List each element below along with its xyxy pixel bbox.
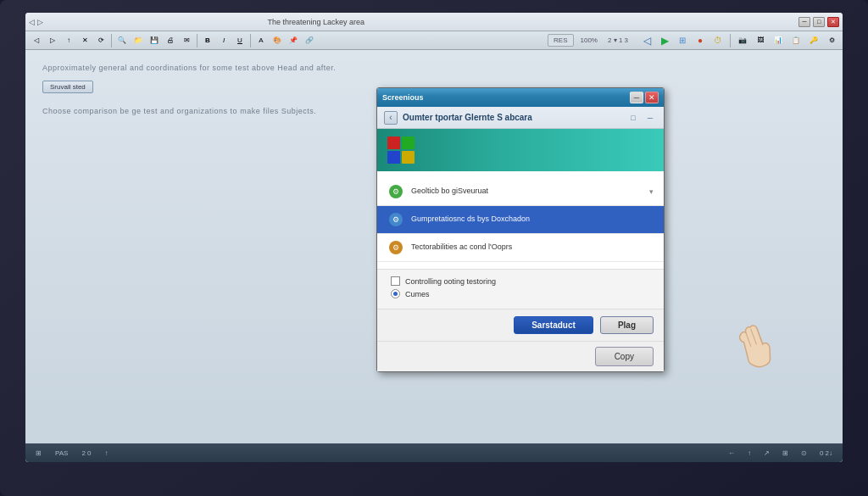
toolbar-up-btn[interactable]: ↑ xyxy=(61,33,76,48)
top-nav-icon11[interactable]: ⚙ xyxy=(824,33,839,48)
top-nav-icon10[interactable]: 🔑 xyxy=(806,33,821,48)
top-toolbar: ◁ ▷ The threatening Lackey area ─ □ ✕ xyxy=(25,13,843,31)
nav-icon-minimize[interactable]: ─ xyxy=(643,111,657,125)
content-area: Approximately general and coordinations … xyxy=(25,50,843,443)
dialog-item-3[interactable]: ⚙ Tectorabilities ac cond l'Ooprs xyxy=(377,234,664,262)
dialog-item-1[interactable]: ⚙ Geolticb bo giSveuruat ▾ xyxy=(377,178,664,206)
window-close-btn[interactable]: ✕ xyxy=(827,17,839,27)
systray-clock: 0 2↓ xyxy=(815,448,837,459)
small-button[interactable]: Sruvall sted xyxy=(42,81,93,93)
item3-icon-circle: ⚙ xyxy=(389,241,403,254)
systray-item-2[interactable]: ↑ xyxy=(743,448,756,459)
systray-item-4[interactable]: ⊞ xyxy=(777,448,793,459)
top-nav-left-icon[interactable]: ◁ xyxy=(639,33,654,48)
top-nav-icon4[interactable]: ● xyxy=(693,33,708,48)
dialog-body: ⚙ Geolticb bo giSveuruat ▾ ⚙ Gumpretatio… xyxy=(377,171,664,269)
toolbar-pin-btn[interactable]: 📌 xyxy=(286,33,301,48)
systray-item-3[interactable]: ↗ xyxy=(759,448,775,459)
dialog-footer: Sarstaduct Plag xyxy=(377,309,664,341)
dialog-nav: ‹ Oumter tportar Glernte S abcara □ ─ xyxy=(377,107,664,129)
windows-logo xyxy=(387,137,415,164)
dialog-primary-btn[interactable]: Sarstaduct xyxy=(514,316,593,334)
nav-icons: □ ─ xyxy=(626,111,657,125)
nav-icon-maximize[interactable]: □ xyxy=(626,111,640,125)
window-maximize-btn[interactable]: □ xyxy=(813,17,825,27)
dialog-back-btn[interactable]: ‹ xyxy=(384,111,398,125)
option1-checkbox[interactable] xyxy=(391,276,400,286)
dialog-titlebar: Screenious ─ ✕ xyxy=(377,88,664,107)
taskbar-item-1[interactable]: PAS xyxy=(50,448,73,459)
option2-radio[interactable] xyxy=(391,289,400,298)
top-nav-play-icon[interactable]: ▶ xyxy=(657,33,672,48)
dialog-controls: ─ ✕ xyxy=(630,92,659,103)
win-logo-red xyxy=(387,137,400,149)
option2-label: Cumes xyxy=(405,290,430,298)
option1-label: Controlling ooting testoring xyxy=(405,277,496,286)
toolbar-stop-btn[interactable]: ✕ xyxy=(77,33,92,48)
item2-text: Gumpretatiosnc ds bys Doxchadon xyxy=(411,215,654,225)
content-line1: Approximately general and coordinations … xyxy=(42,64,826,72)
item1-icon-circle: ⚙ xyxy=(389,185,403,198)
toolbar-save-btn[interactable]: 💾 xyxy=(147,33,162,48)
finger-cursor xyxy=(728,318,778,380)
taskbar-item-3[interactable]: ↑ xyxy=(100,448,114,459)
toolbar-print-btn[interactable]: 🖨 xyxy=(163,33,178,48)
top-nav-icon6[interactable]: 📷 xyxy=(735,33,750,48)
systray-item-5[interactable]: ⊙ xyxy=(796,448,812,459)
taskbar-systray: ← ↑ ↗ ⊞ ⊙ 0 2↓ xyxy=(723,448,837,459)
toolbar-back-btn[interactable]: ◁ xyxy=(29,33,44,48)
toolbar-color-btn[interactable]: A xyxy=(253,33,269,48)
copy-area: Copy xyxy=(377,341,664,371)
option-2[interactable]: Cumes xyxy=(391,289,650,298)
toolbar-search-btn[interactable]: 🔍 xyxy=(114,33,130,48)
win-logo-yellow xyxy=(402,151,415,164)
item2-icon: ⚙ xyxy=(387,211,404,228)
item3-text: Tectorabilities ac cond l'Ooprs xyxy=(411,242,654,253)
systray-item-1[interactable]: ← xyxy=(723,448,740,459)
top-nav-icon8[interactable]: 📊 xyxy=(771,33,786,48)
dialog-secondary-btn[interactable]: Plag xyxy=(600,316,654,334)
dialog-nav-title: Oumter tportar Glernte S abcara xyxy=(403,113,532,122)
item1-text: Geolticb bo giSveuruat xyxy=(411,187,643,197)
toolbar-mail-btn[interactable]: ✉ xyxy=(179,33,194,48)
desktop: ◁ ▷ The threatening Lackey area ─ □ ✕ ◁ … xyxy=(25,13,843,462)
copy-button[interactable]: Copy xyxy=(595,347,654,366)
dialog-window: Screenious ─ ✕ ‹ Oumter tportar Glernte … xyxy=(376,87,665,372)
toolbar-bold-btn[interactable]: B xyxy=(200,33,215,48)
win-logo-blue xyxy=(387,151,400,164)
toolbar-underline-btn[interactable]: U xyxy=(232,33,248,48)
toolbar-refresh-btn[interactable]: ⟳ xyxy=(93,33,108,48)
radio-dot xyxy=(393,292,398,296)
taskbar-item-2[interactable]: 2 0 xyxy=(76,448,96,459)
toolbar-italic-btn[interactable]: I xyxy=(216,33,231,48)
option-1[interactable]: Controlling ooting testoring xyxy=(391,276,650,286)
item3-icon: ⚙ xyxy=(387,239,404,256)
item1-icon: ⚙ xyxy=(387,183,404,200)
dialog-title: Screenious xyxy=(382,93,424,102)
second-toolbar: ◁ ▷ ↑ ✕ ⟳ 🔍 📁 💾 🖨 ✉ B I U A 🎨 📌 🔗 xyxy=(25,31,843,50)
taskbar: ⊞ PAS 2 0 ↑ ← ↑ ↗ ⊞ ⊙ 0 2↓ xyxy=(25,443,843,462)
item1-arrow: ▾ xyxy=(649,187,654,196)
top-nav-icon7[interactable]: 🖼 xyxy=(753,33,768,48)
dialog-minimize-btn[interactable]: ─ xyxy=(630,92,643,103)
window-minimize-btn[interactable]: ─ xyxy=(798,17,810,27)
title-text: The threatening Lackey area xyxy=(267,18,364,26)
toolbar-link-btn[interactable]: 🔗 xyxy=(302,33,317,48)
toolbar-folder-btn[interactable]: 📁 xyxy=(131,33,146,48)
item2-icon-circle: ⚙ xyxy=(389,213,403,226)
win-logo-green xyxy=(402,137,415,149)
taskbar-start[interactable]: ⊞ xyxy=(31,448,47,459)
top-nav-icon5[interactable]: ⏱ xyxy=(710,33,726,48)
dialog-close-btn[interactable]: ✕ xyxy=(645,92,659,103)
monitor-screen: ◁ ▷ The threatening Lackey area ─ □ ✕ ◁ … xyxy=(25,13,843,462)
windows-banner xyxy=(377,129,664,171)
toolbar-forward-btn[interactable]: ▷ xyxy=(45,33,60,48)
top-nav-icon3[interactable]: ⊞ xyxy=(675,33,690,48)
dialog-item-2[interactable]: ⚙ Gumpretatiosnc ds bys Doxchadon xyxy=(377,206,664,234)
options-section: Controlling ooting testoring Cumes xyxy=(377,269,664,309)
top-nav-icon9[interactable]: 📋 xyxy=(788,33,804,48)
monitor-frame: ◁ ▷ The threatening Lackey area ─ □ ✕ ◁ … xyxy=(0,0,868,496)
toolbar-paint-btn[interactable]: 🎨 xyxy=(270,33,285,48)
